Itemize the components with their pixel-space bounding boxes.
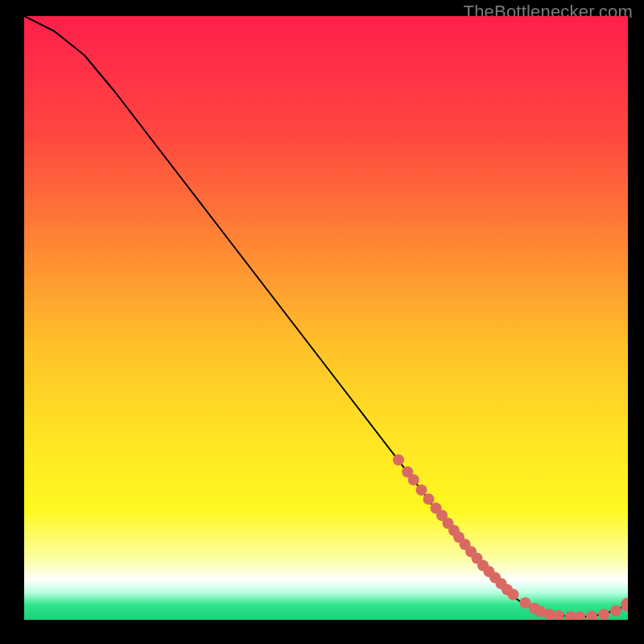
highlight-point (408, 474, 419, 485)
gradient-background (24, 16, 628, 620)
chart-stage: TheBottlenecker.com (0, 0, 644, 644)
highlight-point (393, 454, 404, 465)
highlight-point (423, 493, 435, 505)
chart-svg (24, 16, 628, 620)
highlight-point (610, 605, 621, 617)
highlight-point (508, 589, 519, 601)
highlight-point (598, 609, 609, 620)
chart-plot-area (24, 16, 628, 620)
highlight-point (416, 485, 427, 496)
